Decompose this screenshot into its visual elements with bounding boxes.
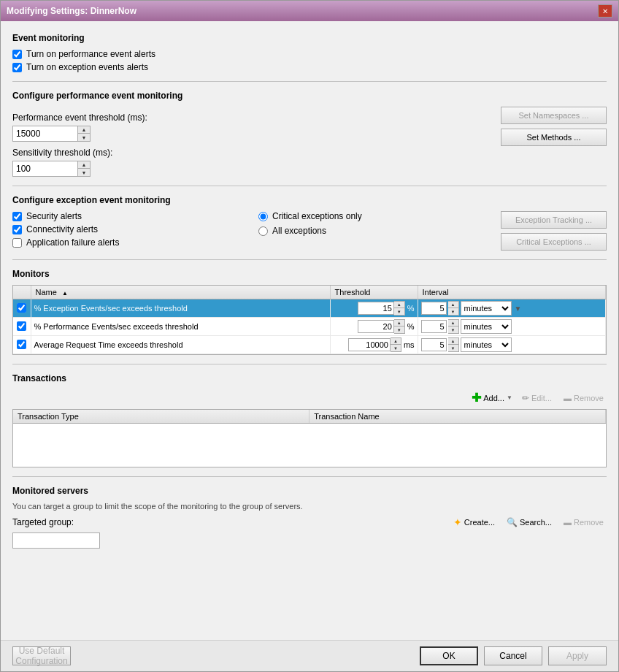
targeted-group-row: Targeted group: ✦ Create... 🔍 Search... … [12,515,607,530]
app-failure-checkbox[interactable] [12,238,22,248]
exception-alerts-checkbox[interactable] [12,63,22,72]
divider-4 [12,364,607,364]
perf-monitoring-title: Configure performance event monitoring [12,91,607,101]
divider-5 [12,476,607,477]
all-exceptions-radio[interactable] [258,226,268,236]
create-label: Create... [464,518,495,527]
app-failure-label: Application failure alerts [26,237,119,248]
monitor-name-2: Average Request Time exceeds threshold [31,336,330,354]
row-cb-cell [13,299,31,318]
sensitivity-down[interactable]: ▼ [78,169,90,176]
threshold-up-1[interactable]: ▲ [394,320,404,327]
servers-remove-label: Remove [574,518,604,527]
exception-tracking-button[interactable]: Exception Tracking ... [501,211,607,229]
interval-input-2[interactable] [421,338,447,351]
set-methods-button[interactable]: Set Methods ... [501,129,607,146]
perf-threshold-label: Performance event threshold (ms): [12,112,475,123]
interval-down-0[interactable]: ▼ [448,308,458,315]
threshold-spinner-0: ▲ ▼ [394,301,405,316]
bottom-right: OK Cancel Apply [420,646,607,665]
sensitivity-spinner: ▲ ▼ [12,161,475,177]
interval-up-1[interactable]: ▲ [448,320,458,327]
threshold-up-0[interactable]: ▲ [394,302,404,308]
perf-threshold-up[interactable]: ▲ [78,126,90,134]
event-monitoring-title: Event monitoring [12,33,607,43]
table-row: % Performance Events/sec exceeds thresho… [13,318,606,336]
edit-button[interactable]: ✏ Edit... [519,392,555,405]
perf-alerts-checkbox[interactable] [12,50,22,59]
monitor-row-checkbox-1[interactable] [17,321,26,331]
critical-only-radio[interactable] [258,212,268,221]
row-cb-cell [13,336,31,354]
interval-down-1[interactable]: ▼ [448,327,458,333]
interval-spinner-0: ▲ ▼ [448,301,459,316]
perf-alerts-label: Turn on performance event alerts [26,49,155,59]
threshold-input-2[interactable] [348,338,391,351]
add-button[interactable]: ✚ Add... [470,389,506,406]
critical-exceptions-button[interactable]: Critical Exceptions ... [501,233,607,251]
add-btn-container: ✚ Add... ▼ [470,389,513,406]
interval-input-0[interactable] [421,302,447,315]
threshold-up-2[interactable]: ▲ [391,338,401,345]
threshold-input-1[interactable] [358,320,394,333]
threshold-down-2[interactable]: ▼ [391,345,401,351]
monitored-servers-section: Monitored servers You can target a group… [12,486,607,549]
use-default-button[interactable]: Use Default Configuration [12,646,71,665]
table-row: Average Request Time exceeds threshold ▲… [13,336,606,354]
interval-input-1[interactable] [421,320,447,333]
apply-button[interactable]: Apply [548,646,607,665]
connectivity-alerts-checkbox[interactable] [12,225,22,234]
transactions-col-name: Transaction Name [310,410,606,424]
exception-alerts-label: Turn on exception events alerts [26,62,148,72]
remove-label: Remove [574,394,604,402]
servers-remove-button[interactable]: ▬ Remove [561,516,607,528]
monitor-row-checkbox-2[interactable] [17,340,26,349]
monitor-name-1: % Performance Events/sec exceeds thresho… [31,318,330,336]
interval-select-2[interactable]: minutes seconds hours [461,337,512,352]
monitors-col-name[interactable]: Name ▲ [31,286,330,299]
exception-right: Exception Tracking ... Critical Exceptio… [490,211,607,251]
interval-down-2[interactable]: ▼ [448,345,458,351]
monitors-col-cb [13,286,31,299]
perf-threshold-input[interactable] [12,126,78,142]
ok-button[interactable]: OK [420,646,478,665]
perf-left: Performance event threshold (ms): ▲ ▼ Se… [12,107,475,177]
monitors-col-threshold[interactable]: Threshold [330,286,418,299]
set-namespaces-button[interactable]: Set Namespaces ... [501,107,607,124]
perf-threshold-spinner: ▲ ▼ [12,126,475,142]
main-window: Modifying Settings: DinnerNow ✕ Event mo… [0,0,619,672]
interval-up-0[interactable]: ▲ [448,302,458,308]
threshold-down-0[interactable]: ▼ [394,308,404,315]
monitors-col-interval[interactable]: Interval [418,286,605,299]
search-button[interactable]: 🔍 Search... [504,516,555,529]
interval-up-2[interactable]: ▲ [448,338,458,345]
interval-select-1[interactable]: minutes seconds hours [461,319,512,334]
remove-button[interactable]: ▬ Remove [561,392,607,404]
transactions-section: Transactions ✚ Add... ▼ ✏ Edit... ▬ Remo… [12,373,607,467]
monitors-title: Monitors [12,269,607,279]
close-button[interactable]: ✕ [598,4,612,18]
monitor-threshold-0: ▲ ▼ % [330,299,418,318]
cancel-button[interactable]: Cancel [484,646,542,665]
edit-icon: ✏ [522,393,529,403]
perf-layout: Performance event threshold (ms): ▲ ▼ Se… [12,107,607,177]
security-alerts-checkbox[interactable] [12,212,22,221]
transactions-header-row: Transaction Type Transaction Name [13,410,606,424]
interval-scroll-0[interactable]: ▼ [515,305,522,313]
threshold-down-1[interactable]: ▼ [394,327,404,333]
threshold-unit-1: % [407,322,415,331]
sensitivity-up[interactable]: ▲ [78,161,90,169]
interval-select-0[interactable]: minutes seconds hours [461,301,512,316]
bottom-padding [12,549,607,570]
monitor-interval-0: ▲ ▼ minutes seconds hours ▼ [418,299,605,318]
threshold-input-0[interactable] [358,302,394,315]
add-dropdown-button[interactable]: ▼ [506,393,513,402]
sensitivity-input[interactable] [12,161,78,177]
monitor-interval-1: ▲ ▼ minutes seconds hours [418,318,605,336]
targeted-group-input[interactable] [12,532,100,549]
create-button[interactable]: ✦ Create... [450,515,498,530]
add-label: Add... [483,394,504,402]
monitor-row-checkbox-0[interactable] [17,303,26,313]
targeted-label: Targeted group: [12,517,74,527]
perf-threshold-down[interactable]: ▼ [78,134,90,141]
